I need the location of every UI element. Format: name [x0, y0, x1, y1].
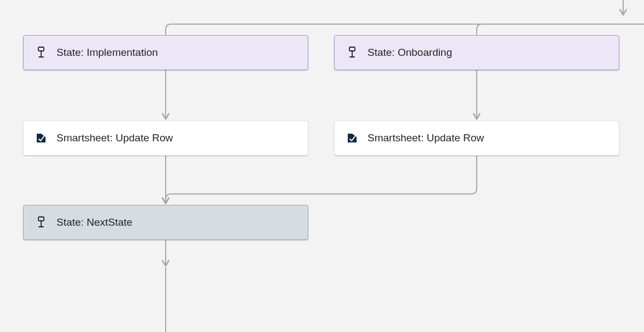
node-label: Smartsheet: Update Row	[368, 132, 484, 144]
node-label: State: NextState	[57, 216, 132, 228]
node-label: Smartsheet: Update Row	[57, 132, 173, 144]
milestone-icon	[36, 47, 47, 58]
node-label: State: Implementation	[57, 47, 158, 59]
node-action-smartsheet-right[interactable]: Smartsheet: Update Row	[334, 121, 619, 156]
milestone-icon	[36, 217, 47, 228]
node-label: State: Onboarding	[368, 47, 452, 59]
smartsheet-icon	[347, 133, 358, 144]
smartsheet-icon	[36, 133, 47, 144]
svg-rect-6	[38, 217, 44, 221]
milestone-icon	[347, 47, 358, 58]
workflow-canvas[interactable]: State: Implementation State: Onboarding …	[0, 0, 644, 332]
svg-rect-3	[349, 47, 355, 51]
node-state-onboarding[interactable]: State: Onboarding	[334, 35, 619, 70]
svg-rect-0	[38, 47, 44, 51]
node-action-smartsheet-left[interactable]: Smartsheet: Update Row	[23, 121, 308, 156]
node-state-next[interactable]: State: NextState	[23, 205, 308, 240]
node-state-implementation[interactable]: State: Implementation	[23, 35, 308, 70]
